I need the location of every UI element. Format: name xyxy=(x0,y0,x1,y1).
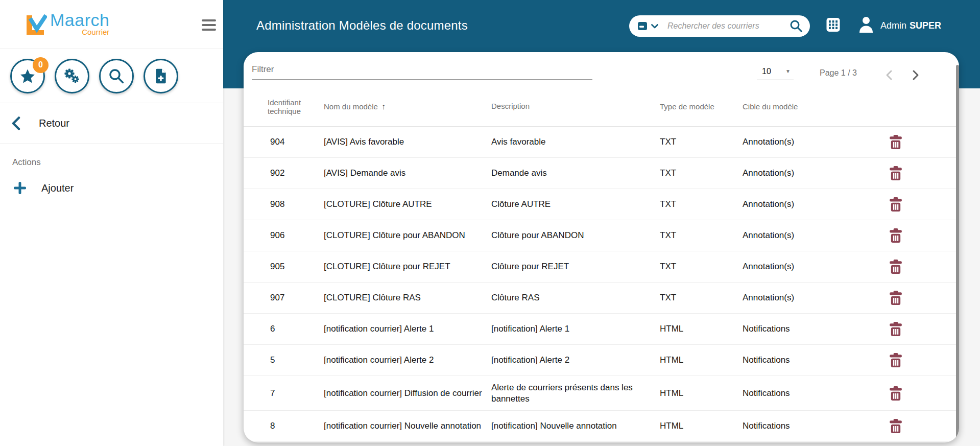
administration-button[interactable] xyxy=(55,59,89,93)
cell-name: [CLOTURE] Clôture pour ABANDON xyxy=(324,230,491,241)
cell-target: Notifications xyxy=(743,355,870,365)
sidebar-logo-row: Maarch Courrier xyxy=(0,0,223,49)
chevron-left-icon xyxy=(884,69,895,81)
delete-button[interactable] xyxy=(886,163,906,183)
delete-button[interactable] xyxy=(886,350,906,370)
filter-input[interactable] xyxy=(252,59,592,80)
trash-icon xyxy=(889,260,902,274)
trash-icon xyxy=(889,228,902,243)
cell-description: Clôture pour ABANDON xyxy=(491,230,660,241)
table-row[interactable]: 904 [AVIS] Avis favorable Avis favorable… xyxy=(244,127,959,158)
page-indicator: Page 1 / 3 xyxy=(820,68,857,78)
sidebar: Maarch Courrier 0 xyxy=(0,0,223,446)
sidebar-shortcuts: 0 xyxy=(0,49,223,103)
header-cible[interactable]: Cible du modèle xyxy=(743,102,870,111)
global-search-bar[interactable] xyxy=(629,15,810,37)
cell-description: Demande avis xyxy=(491,168,660,178)
table-row[interactable]: 902 [AVIS] Demande avis Demande avis TXT… xyxy=(244,158,959,189)
table-row[interactable]: 6 [notification courrier] Alerte 1 [noti… xyxy=(244,314,959,345)
delete-button[interactable] xyxy=(886,225,906,246)
cell-name: [notification courrier] Nouvelle annotat… xyxy=(324,421,491,431)
cell-id: 7 xyxy=(244,388,324,398)
header-type[interactable]: Type de modèle xyxy=(660,102,743,111)
cell-name: [notification courrier] Alerte 2 xyxy=(324,355,491,365)
table-row[interactable]: 908 [CLOTURE] Clôture AUTRE Clôture AUTR… xyxy=(244,189,959,220)
cell-id: 905 xyxy=(244,262,324,272)
favorites-badge: 0 xyxy=(33,57,49,73)
cell-description: [notification] Alerte 1 xyxy=(491,323,660,334)
previous-page-button[interactable] xyxy=(880,66,899,84)
star-icon xyxy=(19,68,36,84)
cell-type: HTML xyxy=(660,421,743,431)
trash-icon xyxy=(889,291,902,305)
table-row[interactable]: 5 [notification courrier] Alerte 2 [noti… xyxy=(244,345,959,376)
header-description[interactable]: Description xyxy=(491,102,660,111)
trash-icon xyxy=(889,135,902,149)
cell-type: TXT xyxy=(660,262,743,272)
cell-target: Notifications xyxy=(743,421,870,431)
caret-down-icon: ▼ xyxy=(785,68,791,74)
table-row[interactable]: 8 [notification courrier] Nouvelle annot… xyxy=(244,411,959,442)
delete-button[interactable] xyxy=(886,383,906,404)
new-document-button[interactable] xyxy=(144,59,178,93)
chevron-right-icon xyxy=(910,69,921,81)
cell-id: 8 xyxy=(244,421,324,431)
header-identifiant[interactable]: Identifiant technique xyxy=(244,98,324,115)
trash-icon xyxy=(889,386,902,401)
apps-grid-icon[interactable] xyxy=(826,17,840,34)
page-size-value: 10 xyxy=(762,67,771,76)
trash-icon xyxy=(889,419,902,433)
cell-type: HTML xyxy=(660,388,743,398)
user-profile-icon[interactable] xyxy=(858,16,874,35)
favorites-button[interactable]: 0 xyxy=(10,59,45,93)
next-page-button[interactable] xyxy=(906,66,924,84)
plus-icon xyxy=(13,181,27,195)
basket-icon[interactable] xyxy=(637,21,648,31)
trash-icon xyxy=(889,322,902,336)
page-size-select[interactable]: 10 ▼ xyxy=(757,63,794,80)
logo-text: Maarch xyxy=(50,10,109,30)
menu-hamburger-icon[interactable] xyxy=(202,18,217,32)
trash-icon xyxy=(889,353,902,367)
cell-id: 906 xyxy=(244,230,324,241)
maarch-logo[interactable]: Maarch Courrier xyxy=(23,11,109,36)
table-row[interactable]: 906 [CLOTURE] Clôture pour ABANDON Clôtu… xyxy=(244,220,959,251)
current-user-label[interactable]: Admin SUPER xyxy=(880,0,941,51)
cell-target: Notifications xyxy=(743,388,870,398)
chevron-left-icon xyxy=(11,116,20,130)
cell-description: [notification] Nouvelle annotation xyxy=(491,420,660,431)
delete-button[interactable] xyxy=(886,319,906,339)
app-header: Administration Modèles de documents xyxy=(223,0,980,51)
delete-button[interactable] xyxy=(886,416,906,436)
delete-button[interactable] xyxy=(886,132,906,152)
table-header-row: Identifiant technique Nom du modèle↑ Des… xyxy=(244,87,959,127)
cell-type: HTML xyxy=(660,355,743,365)
cell-type: TXT xyxy=(660,293,743,303)
delete-button[interactable] xyxy=(886,288,906,308)
search-icon[interactable] xyxy=(790,19,803,33)
header-nom[interactable]: Nom du modèle↑ xyxy=(324,102,491,111)
sort-asc-icon: ↑ xyxy=(381,102,386,111)
table-row[interactable]: 905 [CLOTURE] Clôture pour REJET Clôture… xyxy=(244,251,959,283)
table-row[interactable]: 7 [notification courrier] Diffusion de c… xyxy=(244,376,959,411)
templates-card: 10 ▼ Page 1 / 3 Identifiant technique No… xyxy=(244,52,959,442)
document-plus-icon xyxy=(155,68,167,84)
search-shortcut-button[interactable] xyxy=(99,59,134,93)
cell-target: Notifications xyxy=(743,324,870,334)
cell-type: TXT xyxy=(660,230,743,241)
cell-target: Annotation(s) xyxy=(743,199,870,209)
back-button[interactable]: Retour xyxy=(0,103,223,144)
table-row[interactable]: 907 [CLOTURE] Clôture RAS Clôture RAS TX… xyxy=(244,283,959,314)
delete-button[interactable] xyxy=(886,256,906,277)
delete-button[interactable] xyxy=(886,194,906,215)
vertical-scrollbar[interactable] xyxy=(956,65,959,440)
chevron-down-icon[interactable] xyxy=(651,24,658,29)
trash-icon xyxy=(889,166,902,180)
add-template-button[interactable]: Ajouter xyxy=(0,181,223,195)
cell-name: [CLOTURE] Clôture AUTRE xyxy=(324,199,491,209)
search-icon xyxy=(108,68,125,84)
cell-description: [notification] Alerte 2 xyxy=(491,355,660,365)
cell-description: Alerte de courriers présents dans les ba… xyxy=(491,382,660,404)
search-input[interactable] xyxy=(667,21,790,31)
cell-type: TXT xyxy=(660,168,743,178)
